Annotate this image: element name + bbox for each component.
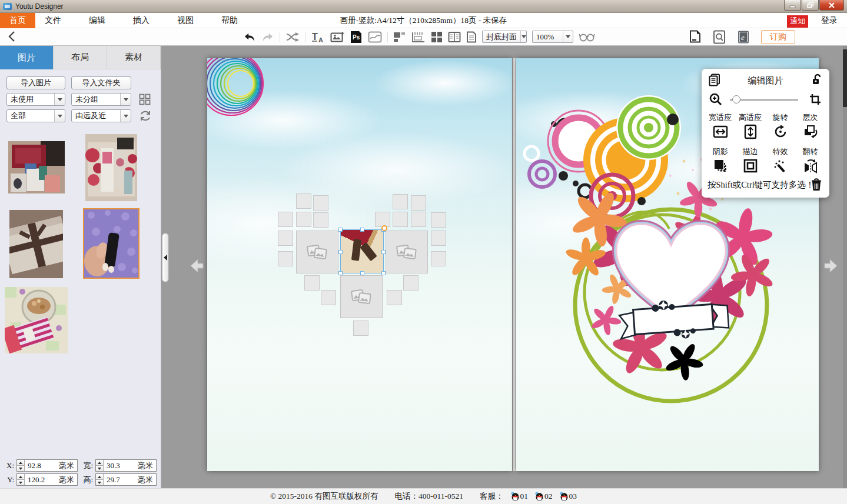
page-select-dropdown[interactable]: 封底封面 [482, 31, 527, 43]
y-value[interactable]: 120.2 [25, 474, 59, 485]
undo-icon[interactable] [243, 31, 256, 43]
tool-flip[interactable]: 翻转 [795, 146, 825, 181]
redo-icon[interactable] [261, 31, 274, 43]
x-value[interactable]: 92.8 [25, 460, 59, 471]
window-scrollbar[interactable] [843, 46, 847, 488]
photo-slot-empty[interactable] [304, 275, 320, 291]
photo-slot-placeholder[interactable] [386, 231, 428, 273]
qq-agent-1[interactable]: 01 [511, 492, 529, 501]
add-image-icon[interactable] [330, 31, 344, 43]
w-input[interactable]: 30.3 毫米 [95, 459, 157, 472]
photo-slot-empty[interactable] [411, 195, 426, 211]
photo-slot-empty[interactable] [411, 212, 426, 227]
filter-usage-dropdown[interactable]: 未使用 [6, 93, 65, 106]
dropdown-arrow-icon[interactable] [54, 110, 65, 122]
photo-slot-empty[interactable] [375, 212, 390, 227]
crop-icon[interactable] [809, 94, 821, 105]
filter-group-dropdown[interactable]: 未分组 [71, 93, 131, 106]
back-button[interactable] [7, 31, 16, 42]
photo-thumbnail-3[interactable] [9, 210, 63, 278]
ps-icon[interactable]: Ps [350, 31, 363, 44]
menu-insert[interactable]: 插入 [131, 15, 152, 26]
selected-photo-frame[interactable] [340, 229, 384, 273]
x-input[interactable]: 92.8 毫米 [16, 459, 78, 472]
grid-view-icon[interactable] [431, 31, 443, 43]
refresh-icon[interactable] [139, 109, 152, 122]
align-icon[interactable] [393, 31, 406, 43]
resize-handle-s[interactable] [360, 271, 364, 275]
menu-help[interactable]: 帮助 [219, 15, 240, 26]
photo-slot-empty[interactable] [403, 275, 418, 291]
photo-slot-empty[interactable] [321, 290, 336, 305]
tab-material[interactable]: 素材 [107, 46, 161, 69]
dropdown-arrow-icon[interactable] [120, 94, 131, 105]
h-value[interactable]: 29.7 [104, 474, 138, 485]
scrollbar-thumb[interactable] [843, 49, 847, 107]
search-preview-icon[interactable] [713, 30, 726, 44]
menu-edit[interactable]: 编辑 [87, 15, 108, 26]
order-button[interactable]: 订购 [761, 30, 795, 44]
sidebar-collapse-handle[interactable] [162, 233, 169, 282]
resize-handle-n[interactable] [360, 228, 364, 232]
y-input[interactable]: 120.2 毫米 [16, 473, 78, 486]
frame-icon[interactable] [368, 31, 382, 43]
zoom-dropdown[interactable]: 100% [532, 31, 573, 43]
photo-slot-empty[interactable] [313, 195, 328, 211]
y-stepper[interactable] [17, 474, 25, 485]
page-view-icon[interactable] [466, 31, 477, 43]
photo-thumbnail-5[interactable] [5, 287, 68, 353]
filter-sort-dropdown[interactable]: 由远及近 [71, 109, 131, 122]
ruler-icon[interactable] [411, 31, 426, 43]
tool-stroke[interactable]: 描边 [735, 146, 765, 181]
resize-handle-w[interactable] [338, 250, 343, 254]
photo-slot-empty[interactable] [387, 290, 402, 305]
w-stepper[interactable] [96, 460, 104, 471]
photo-slot-empty[interactable] [278, 231, 293, 246]
photo-slot-empty[interactable] [431, 251, 446, 266]
import-folder-button[interactable]: 导入文件夹 [71, 76, 131, 89]
photo-slot-empty[interactable] [296, 212, 311, 227]
close-button[interactable] [819, 0, 844, 11]
tool-shadow[interactable]: 阴影 [705, 146, 735, 181]
swap-icon[interactable] [285, 32, 300, 42]
unlock-icon[interactable] [812, 74, 822, 86]
tool-fit-height[interactable]: 高适应 [735, 112, 765, 146]
export-icon[interactable] [689, 30, 702, 44]
tab-layout[interactable]: 布局 [54, 46, 107, 69]
qq-agent-2[interactable]: 02 [535, 492, 553, 501]
qq-agent-3[interactable]: 03 [560, 492, 577, 501]
tool-layer-order[interactable]: 层次 [795, 112, 825, 146]
photo-slot-empty[interactable] [431, 212, 446, 228]
photo-slot-empty[interactable] [393, 212, 408, 227]
import-image-button[interactable]: 导入图片 [6, 76, 65, 89]
photo-slot-empty[interactable] [278, 251, 293, 266]
photo-slot-empty[interactable] [313, 212, 328, 228]
photo-slot-empty[interactable] [353, 321, 368, 336]
h-input[interactable]: 29.7 毫米 [95, 473, 157, 486]
photo-thumbnail-1[interactable] [8, 141, 65, 193]
menu-home[interactable]: 首页 [0, 13, 35, 28]
photo-slot-empty[interactable] [393, 194, 408, 209]
x-stepper[interactable] [17, 460, 25, 471]
spread-view-icon[interactable] [448, 31, 461, 43]
page-left[interactable] [207, 58, 512, 471]
prev-page-arrow[interactable] [187, 257, 205, 275]
next-page-arrow[interactable] [823, 257, 841, 275]
notice-badge[interactable]: 通知 [787, 15, 808, 28]
photo-slot-empty[interactable] [431, 231, 446, 246]
tool-fit-width[interactable]: 宽适应 [705, 112, 735, 146]
preview-glasses-icon[interactable] [579, 32, 595, 42]
photo-slot-empty[interactable] [278, 212, 293, 227]
menu-view[interactable]: 视图 [175, 15, 196, 26]
photo-slot-placeholder[interactable] [340, 275, 383, 318]
zoom-in-icon[interactable] [709, 92, 723, 106]
menu-file[interactable]: 文件 [42, 15, 64, 26]
w-value[interactable]: 30.3 [104, 460, 138, 471]
login-link[interactable]: 登录 [821, 15, 838, 26]
resize-handle-e[interactable] [381, 250, 386, 254]
dropdown-arrow-icon[interactable] [120, 110, 131, 122]
dropdown-arrow-icon[interactable] [520, 31, 526, 42]
minimize-button[interactable] [784, 0, 801, 11]
restore-button[interactable] [802, 0, 819, 11]
grid-toggle-icon[interactable] [139, 94, 151, 105]
